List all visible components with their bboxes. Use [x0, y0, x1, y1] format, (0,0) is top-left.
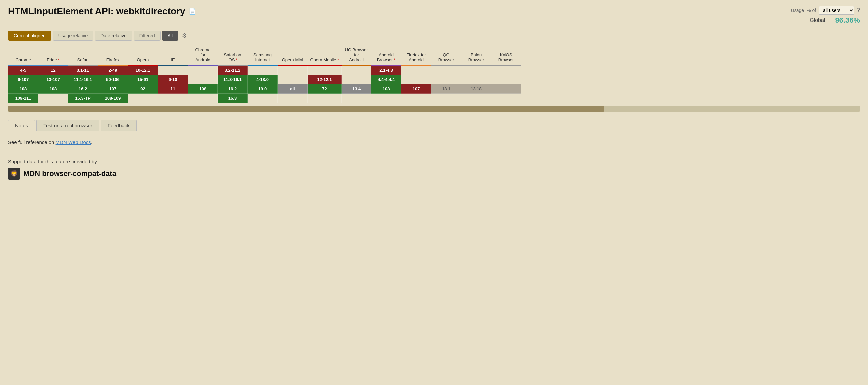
table-row: 109-11116.3-TP108-10916.3 [8, 94, 521, 103]
version-cell[interactable]: 12-12.1 [308, 75, 342, 85]
version-cell[interactable]: 92 [128, 85, 158, 94]
version-cell[interactable] [491, 85, 521, 94]
version-cell[interactable]: 107 [98, 85, 128, 94]
compat-container: ChromeEdge *SafariFirefoxOperaIEChromefo… [0, 40, 868, 103]
version-cell[interactable]: 6-10 [158, 75, 188, 85]
tab-current-aligned[interactable]: Current aligned [8, 31, 51, 40]
users-select[interactable]: all users [819, 6, 855, 14]
tab-notes[interactable]: Notes [8, 120, 35, 131]
version-cell[interactable]: 4-18.0 [248, 75, 278, 85]
notes-section: See full reference on MDN Web Docs. Supp… [0, 131, 868, 188]
version-cell [401, 65, 431, 75]
scrollbar-thumb[interactable] [8, 106, 604, 112]
version-cell [248, 94, 278, 103]
version-cell[interactable]: 4-5 [8, 65, 38, 75]
version-cell [491, 75, 521, 85]
version-cell[interactable]: all [278, 85, 308, 94]
version-cell[interactable]: 13-107 [38, 75, 68, 85]
bottom-tabs: Notes Test on a real browser Feedback [0, 115, 868, 131]
version-cell[interactable]: 108 [188, 85, 218, 94]
settings-icon[interactable]: ⚙ [182, 32, 187, 39]
question-icon[interactable]: ? [857, 7, 860, 13]
browser-header-android-browser: AndroidBrowser * [371, 46, 401, 65]
version-cell[interactable]: 19.0 [248, 85, 278, 94]
browser-header-safari: Safari [68, 46, 98, 65]
version-cell[interactable]: 3.2-11.2 [218, 65, 248, 75]
mdn-link[interactable]: MDN Web Docs [56, 139, 91, 145]
tab-test[interactable]: Test on a real browser [36, 120, 99, 131]
tab-feedback[interactable]: Feedback [101, 120, 137, 131]
version-cell [158, 65, 188, 75]
version-cell[interactable]: 13.18 [461, 85, 491, 94]
version-cell[interactable]: 108 [371, 85, 401, 94]
browser-header-opera-mini: Opera Mini [278, 46, 308, 65]
version-cell[interactable]: 11.1-16.1 [68, 75, 98, 85]
page-title: HTMLInputElement API: webkitdirectory [8, 6, 185, 17]
version-cell[interactable]: 109-111 [8, 94, 38, 103]
version-cell[interactable]: 2.1-4.3 [371, 65, 401, 75]
version-cell[interactable]: 11 [158, 85, 188, 94]
browser-header-ie: IE [158, 46, 188, 65]
version-cell [308, 65, 342, 75]
tab-filtered[interactable]: Filtered [134, 31, 161, 40]
version-cell [128, 94, 158, 103]
percent-of-label: % of [807, 8, 816, 13]
browser-header-kaios-browser: KaiOSBrowser [491, 46, 521, 65]
version-cell [278, 94, 308, 103]
version-cell [491, 65, 521, 75]
browser-header-safari-on-ios: Safari oniOS * [218, 46, 248, 65]
version-cell[interactable]: 50-106 [98, 75, 128, 85]
version-cell [158, 94, 188, 103]
version-cell[interactable]: 13.1 [431, 85, 461, 94]
table-row: 10810816.2107921110816.219.0all7213.4108… [8, 85, 521, 94]
version-cell[interactable]: 10-12.1 [128, 65, 158, 75]
version-cell [188, 75, 218, 85]
version-cell[interactable]: 4.4-4.4.4 [371, 75, 401, 85]
version-cell[interactable]: 6-107 [8, 75, 38, 85]
version-cell[interactable]: 108 [38, 85, 68, 94]
compat-table: ChromeEdge *SafariFirefoxOperaIEChromefo… [8, 46, 521, 103]
global-label: Global [810, 17, 825, 23]
version-cell[interactable]: 16.2 [218, 85, 248, 94]
version-cell[interactable]: 16.3 [218, 94, 248, 103]
version-cell [461, 65, 491, 75]
table-row: 4-5123.1-112-4910-12.13.2-11.22.1-4.3 [8, 65, 521, 75]
browser-header-uc-browser-for-android: UC BrowserforAndroid [342, 46, 371, 65]
browser-header-baidu-browser: BaiduBrowser [461, 46, 491, 65]
version-cell[interactable]: 16.2 [68, 85, 98, 94]
global-percent: 96.36% [835, 16, 860, 25]
version-cell[interactable]: 11.3-16.1 [218, 75, 248, 85]
version-cell [371, 94, 401, 103]
version-cell [278, 75, 308, 85]
tab-usage-relative[interactable]: Usage relative [53, 31, 94, 40]
browser-header-chrome: Chrome [8, 46, 38, 65]
version-cell[interactable]: 107 [401, 85, 431, 94]
version-cell [431, 75, 461, 85]
version-cell [401, 75, 431, 85]
version-cell[interactable]: 16.3-TP [68, 94, 98, 103]
browser-header-chrome-for-android: ChromeforAndroid [188, 46, 218, 65]
tab-all[interactable]: All [162, 31, 179, 40]
browser-header-opera: Opera [128, 46, 158, 65]
browser-header-samsung-internet: SamsungInternet [248, 46, 278, 65]
version-cell[interactable]: 2-49 [98, 65, 128, 75]
version-cell [431, 65, 461, 75]
version-cell [461, 75, 491, 85]
doc-icon[interactable]: 📄 [189, 8, 196, 15]
version-cell[interactable]: 15-91 [128, 75, 158, 85]
version-cell[interactable]: 13.4 [342, 85, 371, 94]
version-cell [401, 94, 431, 103]
table-row: 6-10713-10711.1-16.150-10615-916-1011.3-… [8, 75, 521, 85]
horizontal-scrollbar[interactable] [8, 106, 860, 112]
version-cell[interactable]: 12 [38, 65, 68, 75]
tab-date-relative[interactable]: Date relative [95, 31, 132, 40]
see-full-text: See full reference on [8, 139, 56, 145]
version-cell[interactable]: 108 [8, 85, 38, 94]
version-cell[interactable]: 72 [308, 85, 342, 94]
version-cell [491, 94, 521, 103]
version-cell [431, 94, 461, 103]
period: . [91, 139, 92, 145]
version-cell[interactable]: 108-109 [98, 94, 128, 103]
version-cell[interactable]: 3.1-11 [68, 65, 98, 75]
browser-header-edge: Edge * [38, 46, 68, 65]
